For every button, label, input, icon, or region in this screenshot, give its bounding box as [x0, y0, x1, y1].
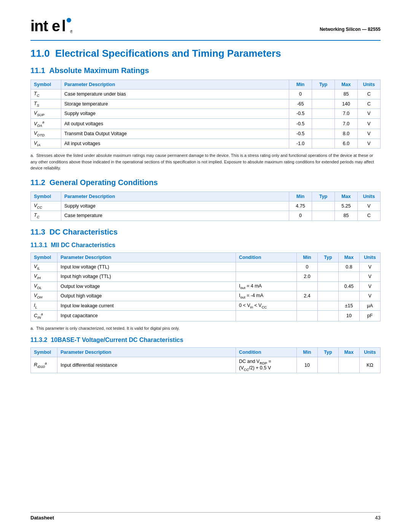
col-typ: Typ [312, 192, 335, 201]
cell-typ [318, 262, 339, 272]
cell-desc: Case temperature [61, 211, 289, 221]
cell-typ [312, 99, 335, 109]
chapter-title: 11.0 Electrical Specifications and Timin… [30, 48, 381, 59]
table-row: VSUP Supply voltage -0.5 7.0 V [31, 109, 381, 119]
col-max: Max [335, 80, 358, 89]
cell-condition [236, 311, 297, 321]
cell-symbol: CINa [31, 311, 57, 321]
header-title-text: Networking Silicon — 82555 [320, 27, 381, 32]
cell-units: μA [360, 301, 381, 311]
cell-symbol: RID10a [31, 357, 57, 373]
cell-units: C [358, 99, 381, 109]
cell-units: V [358, 118, 381, 129]
col-condition: Condition [236, 348, 297, 357]
cell-max [339, 291, 360, 301]
cell-typ [318, 301, 339, 311]
col-max: Max [335, 192, 358, 201]
col-typ: Typ [318, 252, 339, 262]
cell-desc: All output voltages [61, 118, 289, 129]
cell-symbol: TC [31, 89, 61, 99]
table-row: VOTD Transmit Data Output Voltage -0.5 8… [31, 129, 381, 139]
cell-symbol: VOL [31, 281, 57, 291]
cell-symbol: VIH [31, 272, 57, 282]
header-title: Networking Silicon — 82555 [320, 15, 381, 32]
col-units: Units [358, 80, 381, 89]
col-param-desc: Parameter Description [61, 80, 289, 89]
table-row: TC Case temperature 0 85 C [31, 211, 381, 221]
section-11-3-1-heading: 11.3.1 MII DC Characteristics [30, 242, 381, 249]
cell-min: -65 [289, 99, 312, 109]
cell-desc: Supply voltage [61, 201, 289, 211]
col-typ: Typ [312, 80, 335, 89]
10base-t-table: Symbol Parameter Description Condition M… [30, 347, 381, 373]
cell-max: 0.8 [339, 262, 360, 272]
cell-desc: Transmit Data Output Voltage [61, 129, 289, 139]
cell-symbol: VOH [31, 291, 57, 301]
cell-condition [236, 262, 297, 272]
cell-units: V [358, 139, 381, 149]
cell-symbol: VCC [31, 201, 61, 211]
section-11-3-2-heading: 11.3.2 10BASE-T Voltage/Current DC Chara… [30, 337, 381, 343]
svg-point-3 [67, 18, 71, 22]
cell-max: ±15 [339, 301, 360, 311]
mii-dc-table: Symbol Parameter Description Condition M… [30, 252, 381, 321]
cell-min: 0 [297, 262, 318, 272]
footer-left-label: Datasheet [30, 515, 54, 521]
col-min: Min [289, 192, 312, 201]
cell-condition: Iout = 4 mA [236, 281, 297, 291]
cell-units: V [360, 281, 381, 291]
col-min: Min [297, 252, 318, 262]
cell-typ [312, 211, 335, 221]
cell-desc: Input low voltage (TTL) [57, 262, 236, 272]
col-param-desc: Parameter Description [57, 348, 236, 357]
col-condition: Condition [236, 252, 297, 262]
cell-condition [236, 272, 297, 282]
table-row: VOL Output low voltage Iout = 4 mA 0.45 … [31, 281, 381, 291]
cell-max: 8.0 [335, 129, 358, 139]
page-header: int e l ® Networking Silicon — 82555 [30, 15, 381, 36]
cell-units: pF [360, 311, 381, 321]
cell-typ [318, 357, 339, 373]
cell-symbol: TS [31, 99, 61, 109]
intel-logo-icon: int e l ® [30, 15, 72, 35]
cell-symbol: VSUP [31, 109, 61, 119]
cell-units: C [358, 89, 381, 99]
col-symbol: Symbol [31, 252, 57, 262]
cell-desc: Output high voltage [57, 291, 236, 301]
cell-min: -0.5 [289, 118, 312, 129]
table-row: TC Case temperature under bias 0 85 C [31, 89, 381, 99]
col-symbol: Symbol [31, 192, 61, 201]
cell-desc: Input capacitance [57, 311, 236, 321]
cell-units: V [360, 291, 381, 301]
col-param-desc: Parameter Description [57, 252, 236, 262]
cell-symbol: VOTD [31, 129, 61, 139]
page: int e l ® Networking Silicon — 82555 11.… [0, 0, 411, 532]
col-max: Max [339, 348, 360, 357]
cell-max: 7.0 [335, 118, 358, 129]
table-row: CINa Input capacitance 10 pF [31, 311, 381, 321]
col-units: Units [358, 192, 381, 201]
cell-condition: 0 < Vin < VCC [236, 301, 297, 311]
chapter-title-text: Electrical Specifications and Timing Par… [55, 48, 281, 59]
cell-min: 2.0 [297, 272, 318, 282]
table-row: VIA All input voltages -1.0 6.0 V [31, 139, 381, 149]
cell-min: 4.75 [289, 201, 312, 211]
header-divider [30, 40, 381, 41]
table-row: VOAa All output voltages -0.5 7.0 V [31, 118, 381, 129]
cell-symbol: VIL [31, 262, 57, 272]
cell-units: V [358, 129, 381, 139]
section-11-3-heading: 11.3 DC Characteristics [30, 228, 381, 236]
cell-symbol: VOAa [31, 118, 61, 129]
cell-typ [312, 118, 335, 129]
cell-desc: Storage temperature [61, 99, 289, 109]
col-min: Min [297, 348, 318, 357]
cell-max: 0.45 [339, 281, 360, 291]
general-operating-table: Symbol Parameter Description Min Typ Max… [30, 192, 381, 221]
cell-max: 10 [339, 311, 360, 321]
cell-min: -0.5 [289, 129, 312, 139]
cell-typ [312, 201, 335, 211]
table-header-row: Symbol Parameter Description Condition M… [31, 348, 381, 357]
cell-min: -0.5 [289, 109, 312, 119]
cell-condition: DC and VRDP =(VCC/2) + 0.5 V [236, 357, 297, 373]
cell-desc: Case temperature under bias [61, 89, 289, 99]
